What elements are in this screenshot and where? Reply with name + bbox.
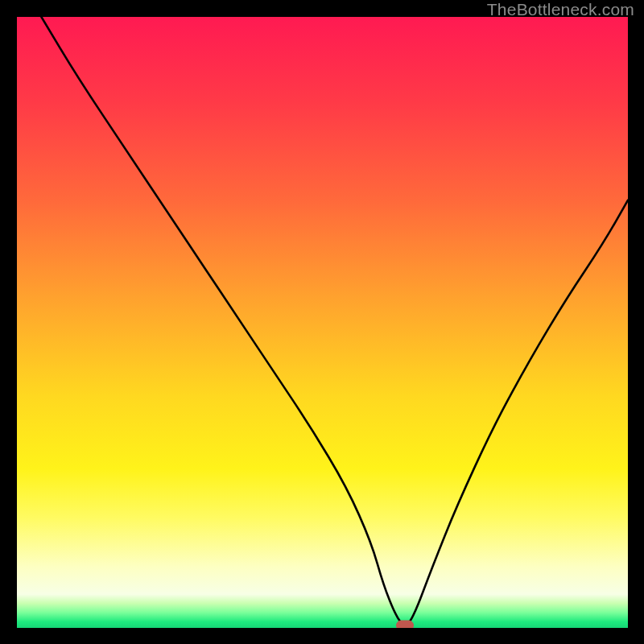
- watermark-text: TheBottleneck.com: [487, 0, 634, 19]
- plot-area: [17, 17, 628, 628]
- chart-frame: TheBottleneck.com: [0, 0, 644, 644]
- bottleneck-curve: [17, 17, 628, 628]
- optimal-point-marker: [396, 621, 414, 629]
